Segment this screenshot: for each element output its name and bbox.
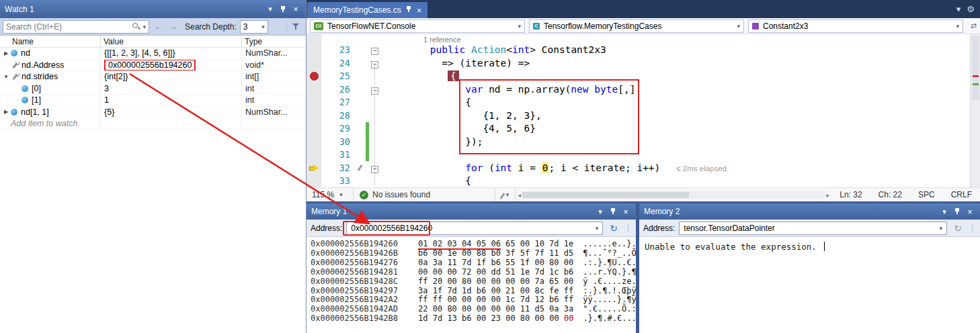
code-line[interactable]: 24−=> (iterate) => [307, 57, 980, 70]
breakpoint-icon[interactable] [310, 72, 319, 81]
breakpoint-margin[interactable] [307, 44, 321, 57]
chevron-down-icon[interactable]: ▾ [596, 225, 599, 232]
hscroll-track[interactable] [522, 191, 825, 199]
watch-row[interactable]: ▼nd.strides{int[2]}int[] [0, 71, 306, 83]
scrollbar-change-mark [973, 83, 979, 85]
code-line[interactable]: 31 [307, 148, 980, 162]
expand-icon[interactable]: ▶ [1, 109, 11, 115]
search-icon[interactable] [132, 22, 140, 31]
editor-vertical-scrollbar[interactable] [970, 34, 980, 187]
search-forward-icon[interactable]: → [167, 21, 179, 32]
sphere-icon [22, 97, 28, 103]
close-icon[interactable]: × [290, 5, 301, 13]
toolbar-overflow-icon[interactable]: ⋮ [624, 224, 632, 232]
memory2-titlebar[interactable]: Memory 2 ▾ × [639, 203, 980, 220]
breakpoint-margin[interactable] [307, 57, 321, 70]
code-line[interactable]: 30}); [307, 136, 980, 149]
code-line[interactable]: 25{ [307, 70, 980, 83]
code-line[interactable]: 28{1, 2, 3}, [307, 109, 980, 123]
memory-ascii: ...r.ÝQ.}.¶ [583, 267, 636, 277]
watch-row[interactable]: ▶nd[1, 1]{5}NumShar... [0, 107, 306, 119]
close-icon[interactable]: × [965, 207, 975, 216]
memory1-titlebar[interactable]: Memory 1 ▾ × [307, 203, 636, 220]
hscroll-thumb[interactable] [522, 192, 688, 198]
type-dropdown[interactable]: C Tensorflow.MemoryTestingCases ▾ [529, 19, 744, 33]
tab-pin-icon[interactable] [406, 5, 412, 15]
watch-row[interactable]: [0]3int [0, 83, 306, 95]
code-line[interactable]: 27{ [307, 96, 980, 109]
column-header-type[interactable]: Type [242, 36, 306, 47]
window-position-icon[interactable]: ▾ [265, 5, 276, 13]
watch-row[interactable]: nd.Address0x000002556b194260void* [0, 60, 306, 72]
pin-icon[interactable] [952, 207, 963, 216]
memory-rows[interactable]: 0x000002556B19426001 02 03 04 05 06 65 0… [307, 237, 636, 324]
codelens-references[interactable]: 1 reference [423, 36, 461, 44]
pin-icon[interactable] [278, 5, 288, 13]
zoom-combo[interactable]: 115 % ▾ [307, 188, 354, 201]
project-dropdown[interactable]: C# TensorFlowNET.Console ▾ [310, 19, 525, 33]
watch-row[interactable]: ▶nd{[[1, 2, 3], [4, 5, 6]]}NumShar... [0, 48, 306, 60]
breakpoint-margin[interactable] [307, 70, 321, 83]
status-spaces-mode[interactable]: SPC [910, 190, 943, 199]
tab-memorytestingcases[interactable]: MemoryTestingCases.cs × [307, 2, 427, 18]
breakpoint-margin[interactable] [307, 83, 321, 97]
watch-row[interactable]: [1]1int [0, 95, 306, 107]
window-position-icon[interactable]: ▾ [939, 207, 950, 216]
column-header-value[interactable]: Value [101, 36, 242, 47]
collapse-region-icon[interactable]: − [371, 48, 378, 55]
code-area[interactable]: 1 reference 23−public Action<int> Consta… [307, 34, 980, 187]
code-line[interactable]: 32−for (int i = 0; i < iterate; i++)≤ 2m… [307, 162, 980, 175]
memory2-message-area[interactable]: Unable to evaluate the expression. [639, 237, 980, 256]
scroll-left-icon[interactable]: ◂ [518, 191, 521, 199]
search-depth-combo[interactable]: 3 ▾ [240, 20, 268, 34]
code-text: for (int i = 0; i < iterate; i++)≤ 2ms e… [383, 162, 980, 175]
scroll-right-icon[interactable]: ▸ [826, 191, 829, 199]
memory-row: 0x000002556B19426Bb6 00 1e 00 88 b0 3f 5… [311, 249, 636, 258]
code-line[interactable]: 33{ [307, 175, 980, 187]
tab-close-icon[interactable]: × [417, 6, 422, 15]
project-dropdown-value: TensorFlowNET.Console [327, 21, 415, 31]
code-cleanup-button[interactable]: ▾ [495, 188, 516, 201]
window-position-icon[interactable]: ▾ [595, 207, 606, 216]
breakpoint-margin[interactable] [307, 162, 321, 175]
tab-list-chevron-icon[interactable]: ▾ [956, 4, 961, 14]
issues-indicator[interactable]: ✓ No issues found [354, 188, 436, 201]
code-line[interactable]: 26−var nd = np.array(new byte[,] [307, 83, 980, 97]
navbar-extra-icon[interactable]: ⇄ [971, 21, 977, 30]
refresh-icon[interactable]: ↻ [951, 223, 965, 234]
column-header-name[interactable]: Name [0, 36, 101, 47]
code-line[interactable]: 29{4, 5, 6} [307, 122, 980, 136]
breakpoint-margin[interactable] [307, 175, 321, 187]
breakpoint-margin[interactable] [307, 109, 321, 123]
refresh-icon[interactable]: ↻ [607, 223, 620, 234]
member-dropdown[interactable]: Constant2x3 ▾ [748, 19, 963, 33]
code-line[interactable]: 23−public Action<int> Constant2x3 [307, 44, 980, 57]
status-column-number[interactable]: Ch: 22 [870, 190, 910, 199]
collapse-icon[interactable]: ▼ [1, 74, 11, 80]
watch-titlebar[interactable]: Watch 1 ▾ × [0, 0, 306, 18]
breakpoint-margin[interactable] [307, 96, 321, 109]
status-line-number[interactable]: Ln: 32 [831, 190, 870, 199]
breakpoint-margin[interactable] [307, 136, 321, 149]
search-options-chevron-icon[interactable]: ▾ [142, 23, 146, 30]
close-icon[interactable]: × [620, 207, 631, 216]
memory2-title: Memory 2 [644, 207, 937, 216]
expand-icon[interactable]: ▶ [1, 50, 11, 56]
memory2-address-input[interactable]: tensor.TensorDataPointer ▾ [679, 222, 947, 235]
watch-row[interactable]: Add item to watch [0, 118, 306, 130]
scrollbar-thumb[interactable] [972, 36, 979, 100]
search-back-icon[interactable]: ← [153, 21, 164, 32]
pin-icon[interactable] [608, 207, 618, 216]
memory1-toolbar: Address: 0x000002556B194260 ▾ ↻ ⋮ [307, 220, 636, 237]
breakpoint-margin[interactable] [307, 122, 321, 136]
watch-filter-button[interactable] [286, 22, 300, 31]
gear-icon[interactable]: ⚙ [967, 4, 975, 14]
editor-horizontal-scrollbar[interactable]: ◂ ▸ [516, 188, 831, 201]
memory1-address-input[interactable]: 0x000002556B194260 ▾ [346, 222, 603, 235]
breakpoint-margin[interactable] [307, 148, 321, 162]
watch-search-input[interactable] [6, 22, 130, 32]
status-line-ending[interactable]: CRLF [943, 190, 980, 199]
toolbar-overflow-icon[interactable]: ⋮ [969, 224, 976, 232]
chevron-down-icon[interactable]: ▾ [939, 225, 942, 232]
search-input-wrap[interactable]: ▾ [3, 20, 149, 34]
